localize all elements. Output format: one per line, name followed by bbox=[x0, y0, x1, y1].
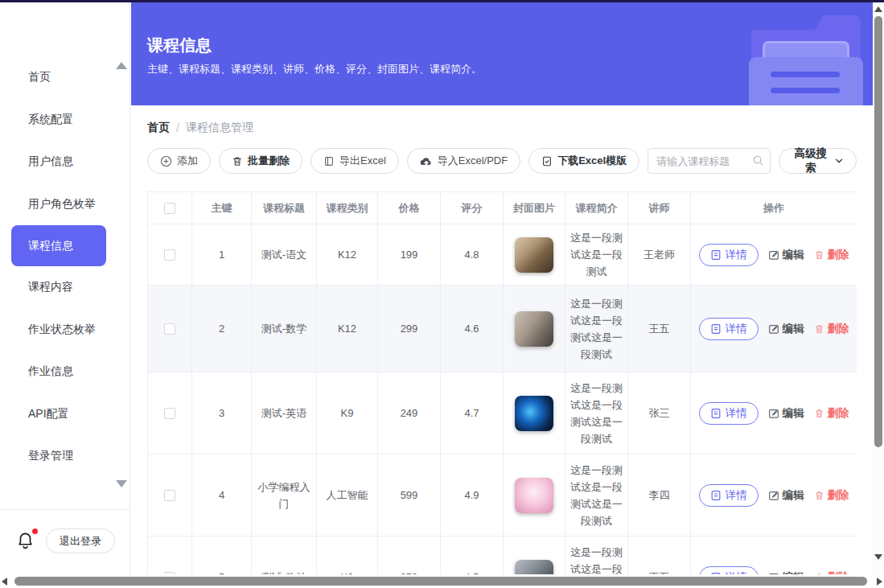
sidebar-item-label: 首页 bbox=[28, 70, 51, 84]
cell-price: 350 bbox=[378, 537, 441, 575]
cell-title: 小学编程入门 bbox=[252, 454, 317, 537]
cell-intro: 这是一段测试这是一段测试这是一段测试 bbox=[565, 372, 628, 454]
document-icon bbox=[710, 249, 722, 261]
main-area: 课程信息 主键、课程标题、课程类别、讲师、价格、评分、封面图片、课程简介。 首页… bbox=[131, 2, 873, 575]
sidebar-item-home[interactable]: 首页 bbox=[0, 56, 130, 99]
bell-icon bbox=[16, 530, 35, 551]
delete-button[interactable]: 删除 bbox=[814, 487, 849, 504]
row-checkbox[interactable] bbox=[164, 323, 175, 335]
detail-button[interactable]: 详情 bbox=[699, 318, 759, 340]
vertical-scrollbar-thumb[interactable] bbox=[874, 16, 882, 447]
cell-id: 5 bbox=[192, 537, 252, 575]
app-root: 首页系统配置用户信息用户角色枚举课程信息课程内容作业状态枚举作业信息API配置登… bbox=[0, 0, 884, 588]
add-button-label: 添加 bbox=[177, 154, 198, 168]
edit-pencil-icon bbox=[768, 490, 779, 501]
scroll-up-arrow-icon[interactable] bbox=[874, 6, 882, 12]
sidebar-item-user-role-enum[interactable]: 用户角色枚举 bbox=[0, 183, 130, 226]
download-template-button[interactable]: 下载Excel模版 bbox=[528, 148, 639, 174]
cell-title: 测试-政治 bbox=[252, 537, 317, 575]
delete-button[interactable]: 删除 bbox=[814, 405, 849, 421]
sidebar-item-label: 用户信息 bbox=[28, 154, 73, 169]
edit-button[interactable]: 编辑 bbox=[768, 487, 804, 504]
column-header: 课程类别 bbox=[317, 192, 378, 224]
detail-button[interactable]: 详情 bbox=[699, 566, 759, 575]
horizontal-scrollbar[interactable] bbox=[0, 575, 884, 588]
cell-price: 299 bbox=[378, 286, 441, 372]
page-title: 课程信息 bbox=[147, 35, 212, 56]
trash-icon bbox=[814, 408, 824, 419]
sidebar-item-label: 作业状态枚举 bbox=[28, 323, 96, 337]
edit-button[interactable]: 编辑 bbox=[768, 320, 804, 337]
delete-button[interactable]: 删除 bbox=[814, 320, 849, 337]
table-body: 1测试-语文K121994.8这是一段测试这是一段测试王老师详情编辑删除2测试-… bbox=[148, 224, 857, 575]
delete-button[interactable]: 删除 bbox=[814, 569, 849, 574]
sidebar-scroll-down-icon[interactable] bbox=[116, 480, 127, 487]
notification-badge bbox=[32, 528, 38, 534]
table-row: 1测试-语文K121994.8这是一段测试这是一段测试王老师详情编辑删除 bbox=[148, 224, 857, 286]
column-header: 课程简介 bbox=[565, 192, 628, 224]
sidebar-nav: 首页系统配置用户信息用户角色枚举课程信息课程内容作业状态枚举作业信息API配置登… bbox=[0, 56, 130, 478]
cell-rating: 4.6 bbox=[441, 286, 504, 372]
cover-image bbox=[515, 311, 553, 347]
delete-button[interactable]: 删除 bbox=[814, 246, 849, 263]
scroll-right-arrow-icon[interactable] bbox=[877, 578, 882, 586]
document-icon bbox=[710, 408, 722, 419]
document-icon bbox=[710, 323, 722, 335]
logout-button[interactable]: 退出登录 bbox=[46, 528, 115, 553]
horizontal-scrollbar-thumb[interactable] bbox=[14, 577, 867, 586]
breadcrumb: 首页 / 课程信息管理 bbox=[147, 121, 857, 135]
cover-image bbox=[515, 478, 553, 513]
table-row: 4小学编程入门人工智能5994.9这是一段测试这是一段测试这是一段测试李四详情编… bbox=[148, 454, 857, 537]
detail-button[interactable]: 详情 bbox=[699, 402, 759, 425]
page-subtitle: 主键、课程标题、课程类别、讲师、价格、评分、封面图片、课程简介。 bbox=[147, 62, 482, 76]
scroll-down-arrow-icon[interactable] bbox=[874, 554, 882, 560]
sidebar-item-system-config[interactable]: 系统配置 bbox=[0, 99, 130, 142]
cell-teacher: 王老师 bbox=[628, 224, 691, 286]
edit-button[interactable]: 编辑 bbox=[768, 569, 804, 574]
column-header: 主键 bbox=[192, 192, 252, 224]
cell-category: 人工智能 bbox=[317, 454, 378, 537]
row-checkbox[interactable] bbox=[164, 572, 175, 575]
vertical-scrollbar[interactable] bbox=[873, 2, 884, 575]
advanced-search-button[interactable]: 高级搜索 bbox=[779, 148, 857, 174]
row-checkbox[interactable] bbox=[164, 490, 175, 501]
table-header-row: 主键课程标题课程类别价格评分封面图片课程简介讲师操作 bbox=[148, 192, 857, 224]
sidebar-item-label: 作业信息 bbox=[28, 364, 73, 379]
sidebar-item-api-config[interactable]: API配置 bbox=[0, 393, 130, 436]
document-icon bbox=[710, 572, 722, 575]
cell-price: 199 bbox=[378, 224, 441, 286]
sidebar-item-homework-status-enum[interactable]: 作业状态枚举 bbox=[0, 309, 130, 352]
cell-price: 249 bbox=[378, 372, 441, 454]
sidebar-item-login-manage[interactable]: 登录管理 bbox=[0, 435, 130, 478]
cover-image bbox=[515, 237, 553, 273]
cell-category: K9 bbox=[317, 372, 378, 454]
cell-teacher: 王五 bbox=[628, 537, 691, 575]
advanced-search-label: 高级搜索 bbox=[792, 146, 829, 175]
edit-button[interactable]: 编辑 bbox=[768, 405, 804, 421]
detail-button[interactable]: 详情 bbox=[699, 484, 759, 507]
batch-delete-button[interactable]: 批量删除 bbox=[219, 148, 302, 174]
cell-id: 3 bbox=[192, 372, 252, 454]
edit-button[interactable]: 编辑 bbox=[768, 246, 804, 263]
row-checkbox[interactable] bbox=[164, 408, 175, 419]
detail-button[interactable]: 详情 bbox=[699, 244, 759, 266]
sidebar-item-label: 用户角色枚举 bbox=[28, 197, 96, 212]
trash-icon bbox=[814, 249, 824, 261]
scroll-left-arrow-icon[interactable] bbox=[2, 578, 7, 586]
notification-bell[interactable] bbox=[16, 530, 37, 553]
sidebar-item-user-info[interactable]: 用户信息 bbox=[0, 141, 130, 183]
row-checkbox[interactable] bbox=[164, 249, 175, 261]
sidebar-item-course-info[interactable]: 课程信息 bbox=[11, 225, 106, 266]
select-all-checkbox[interactable] bbox=[164, 203, 175, 214]
cell-category: K12 bbox=[317, 224, 378, 286]
search-icon[interactable] bbox=[752, 154, 764, 167]
trash-icon bbox=[814, 490, 824, 501]
add-button[interactable]: 添加 bbox=[147, 148, 211, 174]
cell-title: 测试-语文 bbox=[252, 224, 317, 286]
breadcrumb-home[interactable]: 首页 bbox=[147, 121, 170, 135]
sidebar-item-label: 登录管理 bbox=[28, 449, 73, 463]
sidebar-item-course-content[interactable]: 课程内容 bbox=[0, 266, 130, 309]
sidebar-item-homework-info[interactable]: 作业信息 bbox=[0, 351, 130, 393]
export-excel-button[interactable]: 导出Excel bbox=[310, 148, 399, 174]
import-excel-button[interactable]: 导入Excel/PDF bbox=[407, 148, 520, 174]
